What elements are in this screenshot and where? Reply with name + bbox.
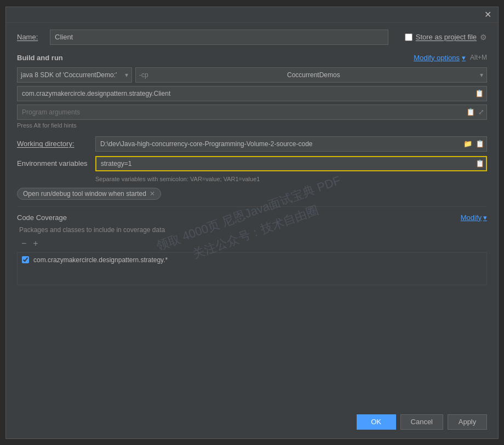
apply-button[interactable]: Apply [448,414,487,430]
env-vars-input-wrap: 📋 [95,156,487,171]
working-dir-folder-button[interactable]: 📁 [463,139,473,148]
run-debug-dialog: 领取 4000页 尼恩Java面试宝典 PDF 关注公众号：技术自由圈 ✕ Na… [5,7,499,439]
main-class-row: 📋 [17,86,487,101]
name-row: Name: Store as project file ⚙ [17,30,487,45]
coverage-add-button[interactable]: + [31,238,40,249]
modify-options-text: Modify options [414,54,460,62]
program-args-expand-button[interactable]: ⤢ [478,107,485,117]
sdk-chevron-icon: ▾ [125,71,128,79]
program-args-row: 📋 ⤢ [17,105,487,120]
name-input[interactable] [50,30,388,45]
dialog-content: Name: Store as project file ⚙ Build and … [6,23,498,408]
title-bar: ✕ [6,7,498,23]
chip-label: Open run/debug tool window when started [23,190,146,198]
name-label: Name: [17,33,44,41]
modify-options-arrow-icon: ▾ [462,54,466,62]
coverage-toolbar: − + [19,238,487,249]
gear-icon: ⚙ [480,33,487,42]
cp-prefix-label: -cp [139,71,148,79]
coverage-modify-arrow-icon: ▾ [483,213,487,222]
store-project-label: Store as project file [416,33,477,41]
dialog-footer: OK Cancel Apply [6,408,498,438]
coverage-modify-link[interactable]: Modify ▾ [461,213,487,222]
main-class-input[interactable] [17,86,487,101]
coverage-list: com.crazymakercircle.designpattern.strat… [17,252,487,285]
cp-value-label: CoccurrentDemos [287,71,340,79]
modify-options-link[interactable]: Modify options ▾ [414,54,466,62]
coverage-item: com.crazymakercircle.designpattern.strat… [22,256,482,264]
env-vars-hint: Separate variables with semicolon: VAR=v… [95,176,487,182]
ok-button[interactable]: OK [357,414,396,430]
cp-dropdown[interactable]: -cp CoccurrentDemos ▾ [135,67,487,83]
env-vars-input[interactable] [95,156,487,171]
close-button[interactable]: ✕ [482,10,494,19]
program-args-icons: 📋 ⤢ [466,107,485,117]
env-vars-row: Environment variables 📋 [17,156,487,171]
working-dir-row: Working directory: 📁 📋 [17,136,487,152]
store-project-group: Store as project file ⚙ [405,33,487,42]
sdk-label: java 8 SDK of 'CoccurrentDemo:' [21,71,117,79]
store-project-checkbox[interactable] [405,33,413,41]
modify-options-shortcut: Alt+M [470,54,487,61]
coverage-sub-text: Packages and classes to include in cover… [19,226,487,234]
build-run-title: Build and run [17,54,63,62]
working-dir-input[interactable] [95,136,487,152]
hint-text: Press Alt for field hints [17,122,487,129]
cancel-button[interactable]: Cancel [400,414,443,430]
program-args-input[interactable] [17,105,487,120]
chip-close-button[interactable]: ✕ [150,190,155,197]
coverage-header: Code Coverage Modify ▾ [17,213,487,222]
main-class-copy-button[interactable]: 📋 [474,88,485,99]
build-run-header: Build and run Modify options ▾ Alt+M [17,54,487,62]
sdk-dropdown[interactable]: java 8 SDK of 'CoccurrentDemo:' ▾ [17,67,132,83]
cp-chevron-icon: ▾ [480,71,483,79]
open-tool-window-chip[interactable]: Open run/debug tool window when started … [17,188,161,200]
working-dir-label: Working directory: [17,140,91,148]
coverage-title: Code Coverage [17,213,67,222]
working-dir-input-wrap: 📁 📋 [95,136,487,152]
coverage-remove-button[interactable]: − [19,238,28,249]
chip-row: Open run/debug tool window when started … [17,188,487,200]
section-divider [17,206,487,207]
coverage-modify-label: Modify [461,213,482,222]
env-vars-copy-button[interactable]: 📋 [475,159,485,168]
working-dir-icons: 📁 📋 [463,139,485,148]
env-vars-label: Environment variables [17,159,91,167]
coverage-item-checkbox[interactable] [22,256,29,263]
working-dir-copy-button[interactable]: 📋 [475,139,485,148]
program-args-copy-button[interactable]: 📋 [466,107,476,117]
coverage-item-label: com.crazymakercircle.designpattern.strat… [33,256,168,264]
sdk-row: java 8 SDK of 'CoccurrentDemo:' ▾ -cp Co… [17,67,487,83]
